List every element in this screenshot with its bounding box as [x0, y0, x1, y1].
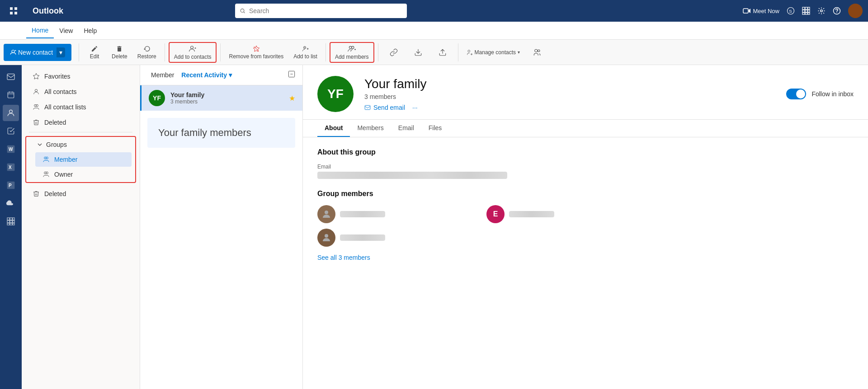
add-to-list-button[interactable]: Add to list — [289, 43, 322, 61]
favorite-star-icon[interactable]: ★ — [289, 94, 295, 103]
more-options-button[interactable]: ··· — [412, 104, 418, 111]
sidebar-item-deleted[interactable]: Deleted — [25, 115, 136, 130]
delete-button[interactable]: Delete — [107, 43, 132, 61]
new-contact-label: New contact — [18, 49, 53, 56]
tab-files[interactable]: Files — [421, 120, 449, 137]
svg-text:W: W — [9, 147, 13, 152]
add-to-list-icon — [302, 45, 309, 52]
sidebar-item-member[interactable]: Member — [35, 152, 132, 167]
meet-now-button[interactable]: Meet Now — [743, 8, 779, 14]
add-members-button[interactable]: Add members — [330, 42, 374, 63]
contact-your-family[interactable]: YF Your family 3 members ★ — [140, 85, 302, 111]
powerpoint-icon-btn[interactable]: P — [3, 177, 19, 193]
calendar-icon-btn[interactable] — [3, 87, 19, 103]
svg-text:X: X — [9, 165, 12, 170]
send-email-button[interactable]: Send email — [364, 104, 405, 111]
excel-icon-btn[interactable]: X — [3, 159, 19, 175]
sidebar-item-owner[interactable]: Owner — [35, 167, 132, 182]
more-apps-icon-btn[interactable] — [3, 213, 19, 230]
add-to-contacts-button[interactable]: Add to contacts — [169, 42, 217, 63]
manage-contacts-dropdown[interactable]: ▾ — [518, 50, 520, 55]
contacts-icon-btn[interactable] — [3, 105, 19, 121]
svg-point-29 — [304, 47, 305, 48]
tab-about[interactable]: About — [317, 120, 350, 137]
svg-rect-40 — [8, 92, 14, 98]
word-icon-btn[interactable]: W — [3, 141, 19, 157]
all-contacts-icon — [33, 88, 40, 95]
new-contact-button[interactable]: New contact ▾ — [4, 44, 71, 61]
svg-point-60 — [35, 89, 37, 92]
tab-email[interactable]: Email — [391, 120, 421, 137]
tasks-icon-btn[interactable] — [3, 123, 19, 139]
link-icon-btn[interactable] — [382, 47, 406, 58]
see-all-members[interactable]: See all 3 members — [317, 254, 370, 261]
svg-rect-58 — [10, 223, 12, 225]
new-contact-icon — [10, 49, 16, 56]
restore-button[interactable]: Restore — [133, 43, 161, 61]
edit-button[interactable]: Edit — [83, 43, 106, 61]
divider-5 — [378, 43, 378, 61]
svg-rect-10 — [805, 7, 807, 9]
skype-icon-btn[interactable]: S — [787, 7, 795, 15]
apps-icon-btn[interactable] — [802, 7, 810, 15]
member-icon — [42, 156, 50, 163]
sidebar-item-deleted-groups[interactable]: Deleted — [25, 187, 136, 201]
tab-recent-activity[interactable]: Recent Activity ▾ — [181, 71, 232, 79]
svg-point-37 — [535, 49, 538, 52]
menu-help[interactable]: Help — [78, 23, 102, 38]
menu-view[interactable]: View — [54, 23, 78, 38]
groups-header[interactable]: Groups — [30, 137, 132, 152]
new-contact-dropdown[interactable]: ▾ — [57, 47, 65, 57]
member-avatar-2: E — [486, 205, 505, 223]
mail-icon-btn[interactable] — [3, 69, 19, 85]
member-avatar-1 — [317, 205, 335, 223]
settings-icon-btn[interactable] — [817, 7, 826, 15]
svg-rect-56 — [13, 220, 14, 223]
manage-contacts-button[interactable]: Manage contacts ▾ — [462, 47, 524, 57]
family-members-banner: Your family members — [147, 118, 295, 148]
search-input[interactable] — [249, 7, 402, 14]
member-name-blur-1 — [340, 211, 385, 217]
grid-menu-icon[interactable] — [5, 3, 22, 19]
follow-inbox-label: Follow in inbox — [811, 90, 854, 98]
help-icon-btn[interactable] — [833, 7, 841, 15]
follow-inbox-toggle[interactable] — [786, 89, 806, 99]
restore-icon — [143, 45, 151, 52]
member-avatar-3 — [317, 229, 335, 247]
recent-activity-arrow[interactable]: ▾ — [229, 71, 232, 79]
tab-member[interactable]: Member — [147, 70, 178, 80]
all-contact-lists-label: All contact lists — [44, 103, 86, 111]
search-box[interactable] — [235, 4, 407, 18]
add-contacts-icon — [189, 45, 197, 53]
remove-favorites-button[interactable]: Remove from favorites — [224, 43, 288, 61]
svg-rect-16 — [805, 13, 807, 14]
sidebar-item-all-contacts[interactable]: All contacts — [25, 84, 136, 99]
email-icon — [364, 105, 371, 110]
deleted-icon — [33, 119, 40, 126]
export-icon-btn[interactable] — [406, 47, 430, 58]
nav-divider — [29, 132, 132, 132]
onedrive-icon-btn[interactable] — [3, 195, 19, 211]
svg-point-20 — [836, 12, 837, 13]
import-icon-btn[interactable] — [431, 47, 454, 58]
detail-avatar-initials: YF — [327, 87, 344, 101]
svg-point-36 — [468, 50, 470, 52]
collapse-button[interactable] — [288, 70, 295, 80]
svg-rect-54 — [7, 220, 9, 223]
avatar[interactable] — [848, 4, 863, 18]
svg-rect-13 — [805, 10, 807, 12]
manage-contacts-icon — [467, 49, 473, 56]
svg-rect-69 — [365, 105, 370, 109]
sidebar-item-all-contact-lists[interactable]: All contact lists — [25, 100, 136, 114]
contact-list-header: Member Recent Activity ▾ — [140, 65, 302, 85]
all-contacts-label: All contacts — [44, 88, 77, 95]
see-all-label: See all 3 members — [317, 254, 370, 261]
svg-rect-11 — [808, 7, 810, 9]
sidebar-item-favorites[interactable]: Favorites — [25, 69, 136, 84]
deleted-groups-icon — [33, 190, 40, 197]
members-grid: E — [317, 205, 854, 223]
manage-contacts-icon2-btn[interactable] — [525, 47, 549, 58]
tab-members[interactable]: Members — [350, 120, 391, 137]
group-members-title: Group members — [317, 190, 854, 198]
menu-home[interactable]: Home — [26, 23, 54, 38]
